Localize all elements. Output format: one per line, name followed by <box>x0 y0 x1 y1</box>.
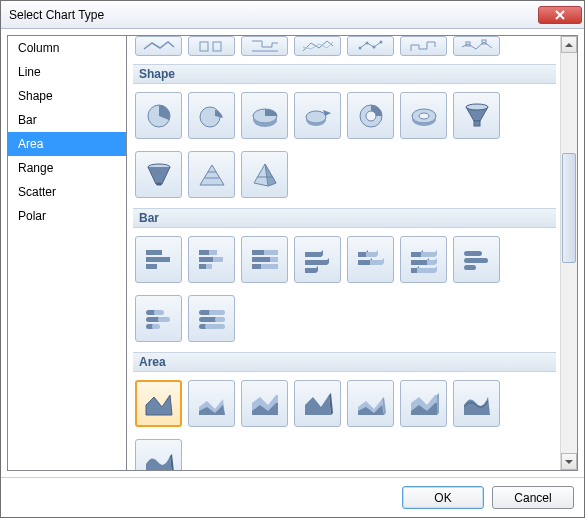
sidebar-item-shape[interactable]: Shape <box>8 84 126 108</box>
chart-thumb-pyramid[interactable] <box>188 151 235 198</box>
section-header-label: Shape <box>139 67 175 81</box>
sidebar-item-label: Scatter <box>18 185 56 199</box>
button-label: Cancel <box>514 491 551 505</box>
svg-rect-30 <box>199 250 209 255</box>
chart-thumb-line-2[interactable] <box>188 36 235 56</box>
chart-thumb-area-stacked[interactable] <box>188 380 235 427</box>
chart-thumb-bar-3d[interactable] <box>294 236 341 283</box>
chart-thumb-bar[interactable] <box>135 236 182 283</box>
svg-marker-82 <box>437 393 439 415</box>
area-row-2 <box>133 435 556 470</box>
chart-thumb-area-spline[interactable] <box>453 380 500 427</box>
gallery-content: Shape Bar <box>127 36 560 470</box>
svg-rect-36 <box>252 250 264 255</box>
chart-thumb-bar-3d-100stacked[interactable] <box>400 236 447 283</box>
chart-thumb-area-100stacked[interactable] <box>241 380 288 427</box>
svg-rect-18 <box>474 121 480 126</box>
shape-row-2 <box>133 147 556 206</box>
svg-point-17 <box>466 104 488 110</box>
svg-rect-28 <box>146 257 170 262</box>
svg-point-9 <box>200 107 220 127</box>
chart-thumb-pie-3d[interactable] <box>241 92 288 139</box>
svg-point-11 <box>306 111 326 123</box>
svg-rect-65 <box>209 310 225 315</box>
chart-thumb-line-1[interactable] <box>135 36 182 56</box>
select-chart-type-dialog: Select Chart Type Column Line Shape Bar … <box>0 0 585 518</box>
svg-marker-54 <box>417 266 437 273</box>
dialog-footer: OK Cancel <box>1 477 584 517</box>
shape-row-1 <box>133 88 556 147</box>
chart-thumb-pyramid-3d[interactable] <box>241 151 288 198</box>
chart-thumb-area-3d[interactable] <box>294 380 341 427</box>
chart-thumb-area-3d-stacked[interactable] <box>347 380 394 427</box>
chart-thumb-donut-3d[interactable] <box>400 92 447 139</box>
svg-rect-31 <box>209 250 217 255</box>
chart-thumb-area-spline-3d[interactable] <box>135 439 182 470</box>
svg-point-15 <box>419 113 429 119</box>
chart-thumb-area-3d-100stacked[interactable] <box>400 380 447 427</box>
scroll-track[interactable] <box>561 53 577 453</box>
svg-rect-37 <box>264 250 278 255</box>
scroll-up-button[interactable] <box>561 36 577 53</box>
chart-thumb-line-3[interactable] <box>241 36 288 56</box>
sidebar-item-label: Bar <box>18 113 37 127</box>
chart-thumb-bar-cylinder-100stacked[interactable] <box>188 295 235 342</box>
sidebar-item-line[interactable]: Line <box>8 60 126 84</box>
cancel-button[interactable]: Cancel <box>492 486 574 509</box>
section-header-shape: Shape <box>133 64 556 84</box>
svg-rect-59 <box>154 310 164 315</box>
chart-thumb-pie-exploded[interactable] <box>188 92 235 139</box>
chart-thumb-funnel-3d[interactable] <box>135 151 182 198</box>
svg-marker-75 <box>305 395 331 415</box>
sidebar-item-area[interactable]: Area <box>8 132 126 156</box>
section-header-bar: Bar <box>133 208 556 228</box>
svg-rect-56 <box>464 258 488 263</box>
svg-rect-61 <box>158 317 170 322</box>
svg-rect-32 <box>199 257 213 262</box>
svg-rect-55 <box>464 251 482 256</box>
close-icon <box>554 10 566 20</box>
dialog-title: Select Chart Type <box>9 8 538 22</box>
chart-thumb-pie-3d-exploded[interactable] <box>294 92 341 139</box>
sidebar-item-label: Shape <box>18 89 53 103</box>
dialog-body: Column Line Shape Bar Area Range Scatter… <box>1 29 584 477</box>
chevron-up-icon <box>565 43 573 47</box>
svg-rect-1 <box>213 42 221 51</box>
svg-marker-50 <box>421 250 437 257</box>
chart-thumb-bar-stacked[interactable] <box>188 236 235 283</box>
sidebar-item-bar[interactable]: Bar <box>8 108 126 132</box>
chart-thumb-area[interactable] <box>135 380 182 427</box>
chart-thumb-bar-cylinder[interactable] <box>453 236 500 283</box>
chart-thumb-bar-3d-stacked[interactable] <box>347 236 394 283</box>
chart-thumb-line-4[interactable] <box>294 36 341 56</box>
svg-rect-38 <box>252 257 270 262</box>
vertical-scrollbar[interactable] <box>560 36 577 470</box>
scroll-down-button[interactable] <box>561 453 577 470</box>
chart-thumb-line-7[interactable] <box>453 36 500 56</box>
sidebar-item-label: Column <box>18 41 59 55</box>
chart-thumb-bar-cylinder-stacked[interactable] <box>135 295 182 342</box>
scroll-thumb[interactable] <box>562 153 576 263</box>
chart-gallery: Shape Bar <box>127 35 578 471</box>
svg-point-20 <box>156 182 162 185</box>
svg-rect-27 <box>146 250 162 255</box>
sidebar-item-scatter[interactable]: Scatter <box>8 180 126 204</box>
chart-thumb-donut[interactable] <box>347 92 394 139</box>
svg-rect-66 <box>199 317 217 322</box>
button-label: OK <box>434 491 451 505</box>
sidebar-item-polar[interactable]: Polar <box>8 204 126 228</box>
svg-marker-48 <box>370 258 384 265</box>
ok-button[interactable]: OK <box>402 486 484 509</box>
chart-thumb-line-6[interactable] <box>400 36 447 56</box>
titlebar[interactable]: Select Chart Type <box>1 1 584 29</box>
chart-thumb-bar-100stacked[interactable] <box>241 236 288 283</box>
bar-row-2 <box>133 291 556 350</box>
sidebar-item-range[interactable]: Range <box>8 156 126 180</box>
svg-rect-67 <box>215 317 225 322</box>
close-button[interactable] <box>538 6 582 24</box>
sidebar-item-column[interactable]: Column <box>8 36 126 60</box>
chart-thumb-pie[interactable] <box>135 92 182 139</box>
chart-thumb-line-5[interactable] <box>347 36 394 56</box>
chart-thumb-funnel[interactable] <box>453 92 500 139</box>
sidebar-item-label: Range <box>18 161 53 175</box>
